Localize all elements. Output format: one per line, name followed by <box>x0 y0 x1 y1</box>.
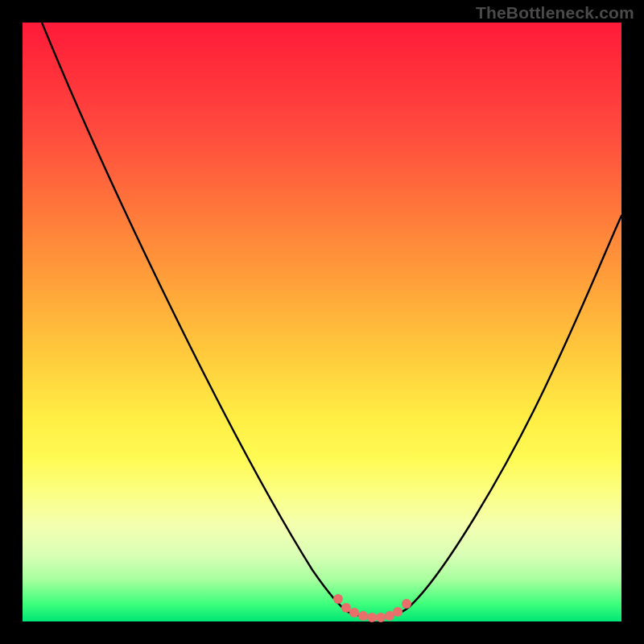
trough-dot <box>376 613 386 622</box>
trough-dot <box>349 608 359 617</box>
trough-dots <box>333 594 411 622</box>
chart-frame: TheBottleneck.com <box>0 0 644 644</box>
watermark-text: TheBottleneck.com <box>476 3 634 23</box>
trough-dot <box>393 607 402 617</box>
trough-dot <box>367 613 377 622</box>
curve-right-branch <box>409 216 621 607</box>
trough-dot <box>358 611 368 621</box>
plot-area <box>23 23 621 621</box>
trough-dot <box>333 594 343 604</box>
trough-dot <box>402 599 411 609</box>
trough-dot <box>341 603 351 613</box>
curve-svg <box>23 23 621 621</box>
curve-left-branch <box>42 23 348 612</box>
